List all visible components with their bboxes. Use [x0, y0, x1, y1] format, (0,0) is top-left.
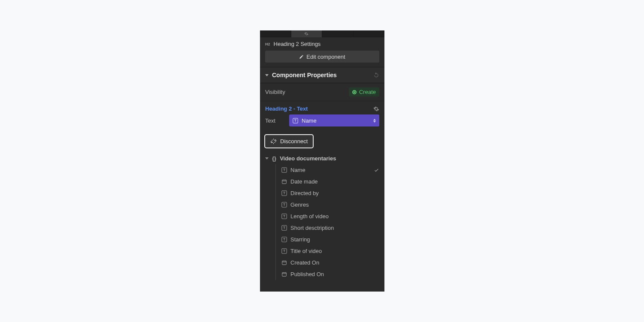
field-label: Genres	[290, 202, 309, 208]
svg-rect-2	[282, 180, 287, 184]
component-properties-title: Component Properties	[272, 72, 337, 78]
field-item[interactable]: Starring	[273, 234, 384, 245]
top-tabs	[260, 30, 384, 37]
caret-down-icon	[265, 74, 269, 76]
gear-icon	[304, 32, 308, 36]
svg-rect-9	[282, 261, 287, 265]
tab-1[interactable]	[260, 30, 291, 37]
gear-icon[interactable]	[373, 106, 379, 112]
text-field-icon	[281, 190, 287, 196]
date-field-icon	[281, 271, 287, 277]
field-item[interactable]: Directed by	[273, 187, 384, 199]
edit-component-label: Edit component	[306, 54, 345, 60]
date-field-icon	[281, 179, 287, 184]
field-label: Short desctription	[290, 225, 334, 231]
radio-dot-icon	[352, 90, 357, 94]
text-binding-select[interactable]: Name	[289, 114, 379, 126]
collection-header[interactable]: {} Video documentaries	[260, 153, 384, 164]
component-properties-header[interactable]: Component Properties	[260, 67, 384, 83]
text-label: Text	[265, 117, 286, 124]
text-field-icon	[293, 118, 298, 123]
check-icon	[374, 167, 379, 173]
visibility-label: Visibility	[265, 89, 285, 95]
text-field-icon	[281, 167, 287, 173]
create-badge[interactable]: Create	[349, 87, 379, 96]
heading2-text-label: Heading 2 - Text	[265, 105, 308, 112]
text-field-icon	[281, 248, 287, 254]
tab-4[interactable]	[354, 30, 385, 37]
create-label: Create	[359, 89, 376, 95]
tab-2-active[interactable]	[291, 30, 323, 37]
date-field-icon	[281, 260, 287, 265]
reset-icon[interactable]	[373, 72, 379, 78]
unlink-icon	[270, 138, 277, 144]
field-label: Length of video	[290, 213, 329, 220]
settings-panel: H2 Heading 2 Settings Edit component Com…	[260, 30, 384, 292]
collection-name: Video documentaries	[280, 155, 336, 162]
field-label: Created On	[290, 259, 319, 266]
tab-3[interactable]	[322, 30, 354, 37]
heading2-text-row: Heading 2 - Text	[260, 101, 384, 114]
visibility-row: Visibility Create	[260, 83, 384, 101]
field-label: Date made	[290, 178, 318, 185]
h2-badge: H2	[265, 42, 270, 46]
field-item[interactable]: Length of video	[273, 211, 384, 222]
text-field-icon	[281, 214, 287, 219]
settings-title: Heading 2 Settings	[274, 41, 321, 47]
field-item[interactable]: Created On	[273, 257, 384, 268]
edit-component-button[interactable]: Edit component	[265, 51, 379, 63]
field-label: Directed by	[290, 190, 319, 196]
field-item[interactable]: Date made	[273, 176, 384, 187]
disconnect-label: Disconnect	[280, 138, 308, 144]
field-label: Title of video	[290, 248, 322, 254]
braces-icon: {}	[272, 155, 276, 162]
field-label: Published On	[290, 271, 324, 277]
bound-field-name: Name	[302, 117, 317, 124]
svg-rect-10	[282, 272, 287, 276]
field-list: NameDate madeDirected byGenresLength of …	[260, 164, 384, 280]
disconnect-button[interactable]: Disconnect	[264, 134, 314, 148]
field-item[interactable]: Name	[273, 164, 384, 176]
select-caret-icon	[373, 119, 376, 123]
text-field-icon	[281, 202, 287, 208]
text-field-icon	[281, 237, 287, 242]
text-binding-row: Text Name	[260, 114, 384, 132]
settings-header: H2 Heading 2 Settings	[260, 37, 384, 51]
field-item[interactable]: Short desctription	[273, 222, 384, 234]
caret-down-icon	[265, 157, 269, 159]
field-label: Name	[290, 167, 305, 173]
field-item[interactable]: Genres	[273, 199, 384, 211]
field-label: Starring	[290, 236, 310, 243]
field-item[interactable]: Title of video	[273, 245, 384, 257]
field-item[interactable]: Published On	[273, 268, 384, 280]
pencil-icon	[299, 54, 304, 59]
text-field-icon	[281, 225, 287, 231]
